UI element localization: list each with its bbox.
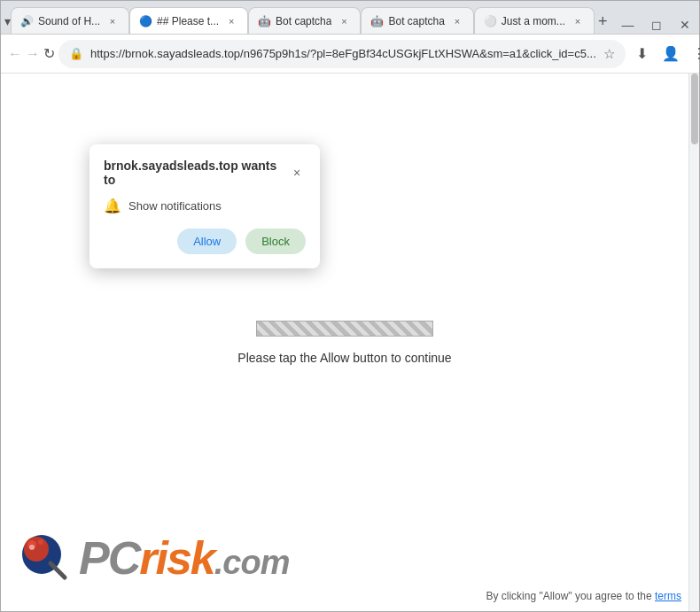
tab5-favicon: ⚪ [484,15,496,27]
browser-window: ▾ 🔊 Sound of H... × 🔵 ## Please t... × 🤖… [0,0,700,612]
svg-point-1 [24,537,49,562]
refresh-icon: ↻ [43,45,55,62]
popup-header: brnok.sayadsleads.top wants to × [104,159,306,187]
tab-sound[interactable]: 🔊 Sound of H... × [11,7,129,34]
scrollbar[interactable] [688,74,699,611]
minimize-button[interactable]: — [614,16,641,34]
allow-button[interactable]: Allow [177,229,237,254]
com-text: .com [214,544,290,581]
risk-text: risk [139,532,214,584]
new-tab-button[interactable]: + [598,9,608,34]
tab1-favicon: 🔊 [20,15,33,27]
tab5-close[interactable]: × [571,14,585,28]
tab4-title: Bot captcha [388,15,444,27]
notification-popup: brnok.sayadsleads.top wants to × 🔔 Show … [89,144,320,268]
svg-point-5 [29,545,35,550]
toolbar: ← → ↻ 🔒 https://brnok.sayadsleads.top/n9… [1,35,699,74]
restore-button[interactable]: ◻ [644,16,669,34]
svg-point-3 [38,539,43,545]
address-text: https://brnok.sayadsleads.top/n9675p9h1s… [90,47,596,60]
tab-bot1[interactable]: 🤖 Bot captcha × [248,7,361,34]
popup-notification-text: Show notifications [128,199,222,213]
pc-text: PC [79,532,139,584]
tab5-title: Just a mom... [502,15,565,27]
popup-close-button[interactable]: × [288,164,306,182]
menu-button[interactable]: ⋮ [686,41,700,67]
block-button[interactable]: Block [245,229,306,254]
person-icon: 👤 [662,45,680,62]
page-content: brnok.sayadsleads.top wants to × 🔔 Show … [1,74,699,611]
download-button[interactable]: ⬇ [629,41,656,67]
address-bar[interactable]: 🔒 https://brnok.sayadsleads.top/n9675p9h… [58,40,626,68]
tab3-close[interactable]: × [337,14,351,28]
forward-icon: → [26,46,40,62]
toolbar-right-buttons: ⬇ 👤 ⋮ [629,41,700,67]
terms-link[interactable]: terms [655,590,681,602]
close-button[interactable]: ✕ [673,16,697,34]
menu-icon: ⋮ [692,45,700,62]
logo-area: PCrisk.com [19,531,289,585]
forward-button[interactable]: → [26,41,40,67]
tab4-close[interactable]: × [450,14,464,28]
tab1-title: Sound of H... [38,15,100,27]
tab-please[interactable]: 🔵 ## Please t... × [129,7,248,34]
popup-buttons: Allow Block [104,229,306,254]
progress-bar [256,321,433,337]
tab2-close[interactable]: × [224,14,238,28]
pcrisk-logo-text: PCrisk.com [79,535,289,581]
tab2-title: ## Please t... [157,15,219,27]
scrollbar-thumb[interactable] [691,74,698,144]
progress-label: Please tap the Allow button to continue [237,351,451,365]
tab3-title: Bot captcha [276,15,331,27]
refresh-button[interactable]: ↻ [43,41,55,67]
tab-dropdown-icon: ▾ [4,14,11,28]
popup-notification-row: 🔔 Show notifications [104,198,306,214]
tab2-favicon: 🔵 [139,15,152,27]
tab1-close[interactable]: × [105,14,120,28]
window-controls: — ◻ ✕ [607,16,700,34]
profile-button[interactable]: 👤 [657,41,684,67]
tab4-favicon: 🤖 [370,15,383,27]
tab-moment[interactable]: ⚪ Just a mom... × [474,7,595,34]
terms-area: By clicking "Allow" you agree to the ter… [486,590,681,602]
star-icon[interactable]: ☆ [603,46,615,62]
download-icon: ⬇ [636,45,648,62]
terms-static-text: By clicking "Allow" you agree to the [486,590,651,602]
lock-icon: 🔒 [69,47,83,60]
pcrisk-logo-icon [19,531,72,585]
bell-icon: 🔔 [104,198,121,214]
progress-bar-container [256,321,433,337]
tab3-favicon: 🤖 [258,15,270,27]
back-icon: ← [8,46,22,62]
back-button[interactable]: ← [8,41,22,67]
popup-title: brnok.sayadsleads.top wants to [104,159,288,187]
tab-dropdown-btn[interactable]: ▾ [4,9,11,34]
tab-bot2[interactable]: 🤖 Bot captcha × [361,7,473,34]
